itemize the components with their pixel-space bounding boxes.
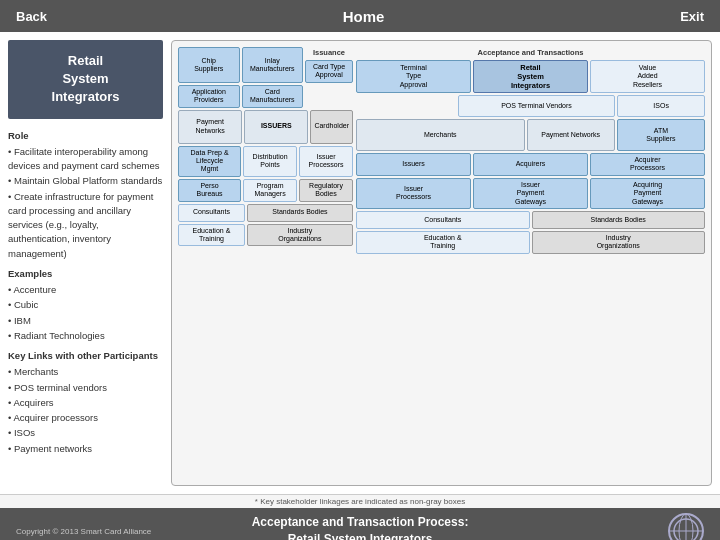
issuers-right-box: Issuers	[356, 153, 471, 176]
terminal-type-approval-box: TerminalTypeApproval	[356, 60, 471, 93]
acquiring-payment-gateways-box: AcquiringPaymentGateways	[590, 178, 705, 209]
issuer-payment-gateways-box: IssuerPaymentGateways	[473, 178, 588, 209]
issuer-processors-left-box: IssuerProcessors	[299, 146, 353, 177]
acquirer-processors-box: AcquirerProcessors	[590, 153, 705, 176]
key-link-item: ISOs	[8, 426, 163, 440]
acceptance-section-label: Acceptance and Transactions	[356, 47, 705, 58]
footer-note: * Key stakeholder linkages are indicated…	[0, 494, 720, 508]
pos-terminal-vendors-box: POS Terminal Vendors	[458, 95, 616, 117]
example-item: Cubic	[8, 298, 163, 312]
industry-orgs-right-box: IndustryOrganizations	[532, 231, 706, 254]
footer-main-title: Acceptance and Transaction Process:Retai…	[188, 514, 532, 540]
role-item: Create infrastructure for payment card p…	[8, 190, 163, 261]
key-link-item: Acquirers	[8, 396, 163, 410]
issuer-processors-right-box: IssuerProcessors	[356, 178, 471, 209]
retail-system-integrators-box: RetailSystemIntegrators	[473, 60, 588, 93]
key-link-item: Acquirer processors	[8, 411, 163, 425]
key-link-item: Payment networks	[8, 442, 163, 456]
diagram-area: ChipSuppliers InlayManufacturers Issuanc…	[171, 40, 712, 486]
main-content: RetailSystemIntegrators Role Facilitate …	[0, 32, 720, 494]
left-panel: RetailSystemIntegrators Role Facilitate …	[8, 40, 163, 486]
key-links-list: Merchants POS terminal vendors Acquirers…	[8, 365, 163, 456]
example-item: IBM	[8, 314, 163, 328]
copyright-text: Copyright © 2013 Smart Card Alliance	[16, 527, 188, 536]
panel-title: RetailSystemIntegrators	[8, 40, 163, 119]
standards-bodies-right-box: Standards Bodies	[532, 211, 706, 229]
program-managers-box: ProgramManagers	[243, 179, 297, 202]
data-prep-box: Data Prep &LifecycleMgmt	[178, 146, 241, 177]
role-item: Facilitate interoperability among device…	[8, 145, 163, 174]
home-title: Home	[343, 8, 385, 25]
key-link-item: Merchants	[8, 365, 163, 379]
standards-bodies-left-box: Standards Bodies	[247, 204, 353, 222]
consultants-left-box: Consultants	[178, 204, 245, 222]
consultants-right-box: Consultants	[356, 211, 530, 229]
chip-suppliers-box: ChipSuppliers	[178, 47, 240, 83]
card-manufacturers-box: CardManufacturers	[242, 85, 304, 108]
examples-list: Accenture Cubic IBM Radiant Technologies	[8, 283, 163, 343]
example-item: Radiant Technologies	[8, 329, 163, 343]
exit-button[interactable]: Exit	[680, 9, 704, 24]
education-training-left-box: Education &Training	[178, 224, 245, 247]
back-button[interactable]: Back	[16, 9, 47, 24]
example-item: Accenture	[8, 283, 163, 297]
examples-title: Examples	[8, 267, 163, 281]
smart-card-alliance-logo	[668, 513, 704, 540]
application-providers-box: ApplicationProviders	[178, 85, 240, 108]
issuers-box: ISSUERS	[244, 110, 308, 144]
panel-content: Role Facilitate interoperability among d…	[8, 129, 163, 456]
role-title: Role	[8, 129, 163, 143]
inlay-manufacturers-box: InlayManufacturers	[242, 47, 304, 83]
key-links-title: Key Links with other Participants	[8, 349, 163, 363]
acquirers-box: Acquirers	[473, 153, 588, 176]
payment-networks-left-box: Payment Networks	[178, 110, 242, 144]
value-added-resellers-box: ValueAddedResellers	[590, 60, 705, 93]
merchants-box: Merchants	[356, 119, 525, 151]
regulatory-bodies-left-box: RegulatoryBodies	[299, 179, 353, 202]
atm-suppliers-box: ATMSuppliers	[617, 119, 705, 151]
isos-box: ISOs	[617, 95, 705, 117]
footer: Copyright © 2013 Smart Card Alliance Acc…	[0, 508, 720, 540]
cardholder-box: Cardholder	[310, 110, 353, 144]
role-item: Maintain Global Platform standards	[8, 174, 163, 188]
perso-bureaus-box: PersoBureaus	[178, 179, 241, 202]
payment-networks-right-box: Payment Networks	[527, 119, 615, 151]
header: Back Home Exit	[0, 0, 720, 32]
distribution-points-box: DistributionPoints	[243, 146, 297, 177]
issuance-label: Issuance	[305, 47, 353, 58]
footer-logo-area	[532, 513, 704, 540]
role-list: Facilitate interoperability among device…	[8, 145, 163, 261]
card-type-approval-box: Card TypeApproval	[305, 60, 353, 83]
education-training-right-box: Education &Training	[356, 231, 530, 254]
key-link-item: POS terminal vendors	[8, 381, 163, 395]
industry-orgs-left-box: IndustryOrganizations	[247, 224, 353, 247]
